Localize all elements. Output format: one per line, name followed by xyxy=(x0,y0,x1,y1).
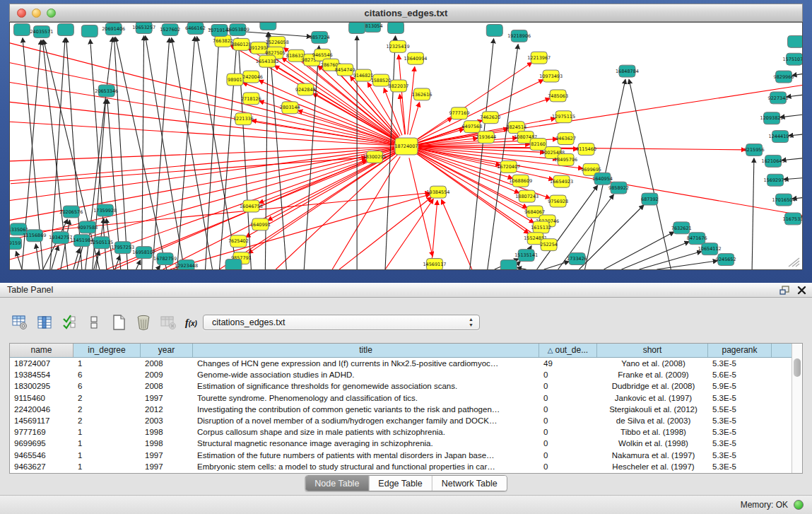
graph-node[interactable]: 17016504 xyxy=(772,194,796,206)
graph-node[interactable]: 12093822 xyxy=(760,112,784,124)
rows-button[interactable] xyxy=(83,313,105,332)
table-selector-dropdown[interactable]: citations_edges.txt▲▼ xyxy=(203,315,480,330)
graph-node[interactable]: 17359928 xyxy=(93,204,117,216)
graph-node[interactable]: 10688609 xyxy=(509,175,532,187)
graph-node[interactable]: 2718126 xyxy=(241,93,261,105)
graph-node[interactable]: 16046758 xyxy=(240,200,263,212)
table-row[interactable]: 946554611997Estimation of the future num… xyxy=(10,450,802,461)
graph-node[interactable]: 15692971 xyxy=(764,174,787,186)
graph-node[interactable]: 1167533 xyxy=(783,213,802,225)
graph-node[interactable] xyxy=(788,35,802,47)
graph-node[interactable]: 9463627 xyxy=(555,133,576,145)
graph-node[interactable]: 9245652 xyxy=(716,254,736,266)
graph-node[interactable] xyxy=(225,259,242,269)
graph-node[interactable]: 1640991 xyxy=(250,218,271,230)
graph-node[interactable]: 24035571 xyxy=(30,25,53,37)
graph-node[interactable]: 1615132 xyxy=(531,221,551,233)
column-header-year[interactable]: year xyxy=(141,344,193,357)
graph-node[interactable]: 9227343 xyxy=(768,92,789,104)
graph-node[interactable]: 39159 xyxy=(10,238,21,250)
graph-node[interactable] xyxy=(388,23,404,33)
table-row[interactable]: 969969511998Structural magnetic resonanc… xyxy=(10,438,802,449)
graph-node[interactable]: 18807243 xyxy=(515,190,539,202)
memory-status-indicator[interactable] xyxy=(794,500,804,510)
graph-node[interactable]: 15226058 xyxy=(266,36,289,48)
close-panel-icon[interactable] xyxy=(797,286,806,295)
graph-node[interactable]: 15751074 xyxy=(783,53,802,65)
graph-node[interactable]: 10653257 xyxy=(132,23,155,33)
graph-node[interactable]: 16720407 xyxy=(497,160,520,173)
graph-node[interactable]: 18495796 xyxy=(554,153,577,165)
graph-node[interactable]: 2803144 xyxy=(280,102,300,114)
graph-node[interactable]: 19218906 xyxy=(507,30,531,42)
graph-node[interactable]: 7485063 xyxy=(548,90,568,102)
graph-node[interactable]: 8215956 xyxy=(744,144,765,156)
graph-node[interactable]: 12505135 xyxy=(90,237,113,249)
graph-node[interactable]: 9857224 xyxy=(310,31,330,43)
network-window-titlebar[interactable]: citations_edges.txt xyxy=(9,4,803,22)
table-row[interactable]: 1830029562008Estimation of significance … xyxy=(10,380,802,392)
graph-node[interactable]: 14569117 xyxy=(423,259,446,269)
new-document-button[interactable] xyxy=(108,313,129,332)
vertical-scrollbar[interactable] xyxy=(792,344,802,473)
function-builder-button[interactable]: f(x) xyxy=(185,317,197,329)
scrollbar-thumb[interactable] xyxy=(794,358,801,377)
graph-node[interactable] xyxy=(57,23,73,35)
graph-node[interactable]: 12213967 xyxy=(527,52,551,64)
graph-node[interactable]: 9777169 xyxy=(449,107,469,119)
graph-node[interactable]: 13640994 xyxy=(404,52,427,64)
graph-node[interactable]: 8454749 xyxy=(335,64,355,76)
column-header-name[interactable]: name xyxy=(10,344,73,357)
graph-node[interactable]: 1640954 xyxy=(592,173,613,185)
graph-node[interactable]: 20691406 xyxy=(102,23,125,35)
table-row[interactable]: 911546021997Tourette syndrome. Phenomeno… xyxy=(10,392,802,404)
graph-node[interactable]: 9756928 xyxy=(548,195,568,207)
graph-node[interactable]: 1733426 xyxy=(567,253,587,265)
graph-node[interactable]: 687392 xyxy=(641,193,659,205)
table-row[interactable]: 2242004622012Investigating the contribut… xyxy=(10,404,802,415)
graph-node[interactable]: 16782759 xyxy=(153,253,177,265)
row-check-button[interactable] xyxy=(59,313,80,332)
graph-node[interactable]: 11156869 xyxy=(23,230,46,242)
float-panel-icon[interactable] xyxy=(779,286,790,296)
graph-node[interactable]: 12975115 xyxy=(552,111,575,123)
graph-node[interactable]: 18300295 xyxy=(363,151,387,163)
graph-node[interactable] xyxy=(486,24,502,36)
graph-node[interactable]: 15135141 xyxy=(514,250,538,262)
column-header-out_de[interactable]: △out_de... xyxy=(539,344,597,357)
graph-node[interactable]: 17957253 xyxy=(111,242,134,254)
graph-node[interactable]: 10654112 xyxy=(698,243,722,255)
graph-node[interactable] xyxy=(81,25,98,37)
graph-node[interactable]: 1527602 xyxy=(160,23,180,35)
graph-node[interactable]: 7663822 xyxy=(213,35,233,47)
table-row[interactable]: 1872400712008Changes of HCN gene express… xyxy=(10,358,802,369)
graph-node[interactable]: 9242848 xyxy=(295,83,316,95)
graph-node[interactable]: 8822037 xyxy=(389,80,409,92)
graph-node[interactable]: 16053809 xyxy=(226,23,249,35)
delete-button[interactable] xyxy=(133,313,154,332)
tab-node-table[interactable]: Node Table xyxy=(305,476,369,491)
graph-node[interactable]: 9829966 xyxy=(774,71,794,83)
graph-node[interactable]: 20206576 xyxy=(59,206,83,218)
graph-node[interactable]: 12444193 xyxy=(769,131,792,143)
graph-node[interactable]: 1362616 xyxy=(412,88,433,100)
column-header-title[interactable]: title xyxy=(193,344,539,357)
graph-node[interactable]: 16210643 xyxy=(762,155,785,167)
graph-node[interactable]: 252254 xyxy=(540,239,558,251)
citation-network-graph[interactable]: 1872400718300295193845547663822886012889… xyxy=(10,23,802,269)
graph-node[interactable]: 16654923 xyxy=(550,175,573,187)
network-canvas[interactable]: 1872400718300295193845547663822886012889… xyxy=(9,22,803,270)
graph-node[interactable]: 98901 xyxy=(227,74,243,86)
graph-node[interactable]: 6466162 xyxy=(185,23,206,34)
column-header-in_degree[interactable]: in_degree xyxy=(73,344,141,357)
graph-node[interactable]: 1221336 xyxy=(233,113,254,125)
graph-node[interactable] xyxy=(13,23,30,35)
table-row[interactable]: 1456911722003Disruption of a novel membe… xyxy=(10,415,802,426)
graph-node[interactable]: 82160 xyxy=(530,139,546,151)
graph-node[interactable] xyxy=(349,23,365,33)
column-header-short[interactable]: short xyxy=(597,344,708,357)
tab-edge-table[interactable]: Edge Table xyxy=(369,476,432,491)
graph-node[interactable]: 9858922 xyxy=(608,182,629,194)
graph-node[interactable]: 18724007 xyxy=(394,138,418,155)
graph-node[interactable] xyxy=(500,260,517,269)
